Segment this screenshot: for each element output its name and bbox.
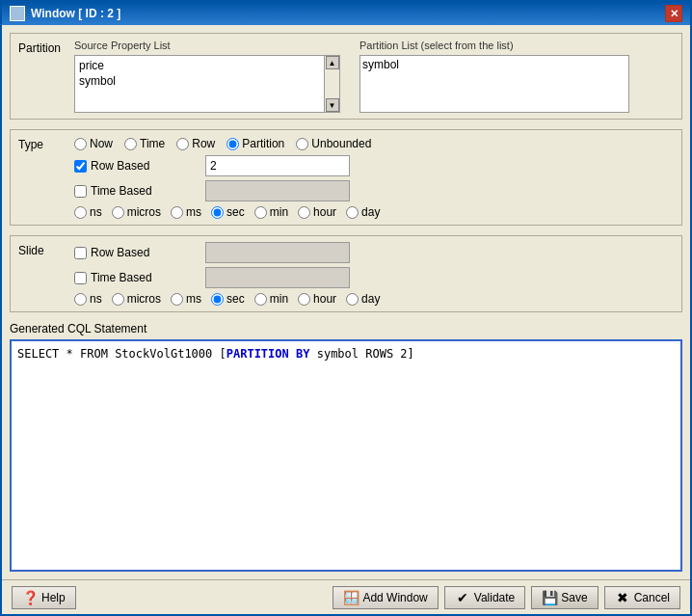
slide-time-units: ns micros ms sec min hour day [74, 292, 674, 306]
validate-label: Validate [474, 591, 515, 604]
cql-section: Generated CQL Statement SELECT * FROM St… [10, 322, 682, 572]
save-button[interactable]: 💾 Save [531, 586, 598, 609]
partition-list-title: Partition List (select from the list) [359, 40, 629, 51]
type-unit-ms[interactable]: ms [171, 205, 201, 219]
title-bar: Window [ ID : 2 ] ✕ [2, 2, 690, 25]
slide-unit-ns[interactable]: ns [74, 292, 102, 306]
window-icon [10, 6, 25, 21]
type-row-based-input[interactable] [205, 155, 350, 176]
slide-label: Slide [18, 242, 67, 257]
scroll-down-button[interactable]: ▼ [326, 98, 339, 112]
source-property-list[interactable]: price symbol [74, 55, 325, 113]
source-list-title: Source Property List [74, 40, 340, 51]
validate-icon: ✔ [455, 590, 470, 605]
type-unit-day[interactable]: day [346, 205, 380, 219]
type-row-based-row: Row Based [74, 155, 674, 176]
slide-unit-min[interactable]: min [254, 292, 288, 306]
slide-unit-sec[interactable]: sec [211, 292, 245, 306]
footer: ❓ Help 🪟 Add Window ✔ Validate 💾 Save ✖ … [2, 579, 690, 614]
cancel-icon: ✖ [615, 590, 630, 605]
scrollbar[interactable]: ▲ ▼ [325, 55, 340, 113]
help-button[interactable]: ❓ Help [12, 586, 76, 609]
partition-list[interactable]: symbol [359, 55, 629, 113]
type-partition[interactable]: Partition [226, 137, 284, 150]
help-icon: ❓ [22, 590, 38, 605]
list-item: symbol [77, 73, 322, 89]
type-unbounded[interactable]: Unbounded [296, 137, 371, 150]
close-button[interactable]: ✕ [665, 5, 682, 22]
add-window-button[interactable]: 🪟 Add Window [333, 586, 438, 609]
type-time[interactable]: Time [124, 137, 165, 150]
type-time-radio[interactable] [124, 138, 137, 150]
slide-row-based-label[interactable]: Row Based [74, 246, 200, 259]
list-item: price [77, 58, 322, 73]
window-title: Window [ ID : 2 ] [31, 7, 120, 20]
cancel-label: Cancel [634, 591, 670, 604]
type-time-based-input [205, 180, 350, 201]
slide-time-based-row: Time Based [74, 267, 674, 288]
source-property-col: Source Property List price symbol ▲ ▼ [74, 40, 340, 113]
type-row-based-text: Row Based [91, 159, 149, 173]
slide-row-based-input [205, 242, 350, 263]
footer-right: 🪟 Add Window ✔ Validate 💾 Save ✖ Cancel [333, 586, 680, 609]
main-content: Partition Source Property List price sym… [2, 25, 690, 579]
slide-unit-ms[interactable]: ms [171, 292, 201, 306]
title-bar-left: Window [ ID : 2 ] [10, 6, 120, 21]
source-list-container: price symbol ▲ ▼ [74, 55, 340, 113]
slide-time-based-text: Time Based [91, 271, 152, 284]
type-now[interactable]: Now [74, 137, 113, 150]
partition-label: Partition [18, 40, 67, 55]
cql-text-black1: SELECT * FROM StockVolGt1000 [ [17, 347, 226, 361]
type-unbounded-radio[interactable] [296, 138, 308, 150]
main-window: Window [ ID : 2 ] ✕ Partition Source Pro… [0, 0, 692, 616]
type-radio-group: Now Time Row Partition Unbounded [74, 137, 371, 150]
slide-row-based-text: Row Based [91, 246, 149, 259]
help-label: Help [41, 591, 66, 604]
cancel-button[interactable]: ✖ Cancel [604, 586, 680, 609]
type-now-radio[interactable] [74, 138, 87, 150]
save-label: Save [561, 591, 587, 604]
cql-statement-box[interactable]: SELECT * FROM StockVolGt1000 [PARTITION … [10, 339, 682, 572]
add-window-label: Add Window [362, 591, 427, 604]
partition-section: Partition Source Property List price sym… [10, 33, 682, 120]
type-time-based-row: Time Based [74, 180, 674, 201]
slide-time-based-label[interactable]: Time Based [74, 271, 200, 284]
slide-unit-micros[interactable]: micros [112, 292, 161, 306]
slide-unit-hour[interactable]: hour [298, 292, 336, 306]
type-time-units: ns micros ms sec min hour day [74, 205, 674, 219]
cql-text-black2: symbol ROWS 2] [309, 347, 413, 361]
slide-time-based-checkbox[interactable] [74, 272, 87, 284]
footer-left: ❓ Help [12, 586, 76, 609]
type-unit-micros[interactable]: micros [112, 205, 161, 219]
type-row-radio[interactable] [176, 138, 189, 150]
type-label: Type [18, 136, 67, 151]
partition-list-col: Partition List (select from the list) sy… [359, 40, 629, 113]
type-partition-radio[interactable] [226, 138, 239, 150]
cql-text-blue: PARTITION BY [226, 347, 310, 361]
validate-button[interactable]: ✔ Validate [444, 586, 525, 609]
type-unit-min[interactable]: min [254, 205, 288, 219]
cql-title: Generated CQL Statement [10, 322, 682, 335]
type-row-based-checkbox[interactable] [74, 160, 87, 173]
type-row[interactable]: Row [176, 137, 215, 150]
type-section: Type Now Time Row Partition [10, 129, 682, 226]
add-window-icon: 🪟 [343, 590, 359, 605]
type-time-based-checkbox[interactable] [74, 185, 87, 198]
slide-section: Slide Row Based [10, 235, 682, 312]
slide-time-based-input [205, 267, 350, 288]
save-icon: 💾 [542, 590, 557, 605]
slide-row-based-row: Row Based [74, 242, 674, 263]
type-unit-sec[interactable]: sec [211, 205, 245, 219]
type-time-based-label[interactable]: Time Based [74, 184, 200, 198]
type-time-based-text: Time Based [91, 184, 152, 198]
slide-unit-day[interactable]: day [346, 292, 380, 306]
type-unit-ns[interactable]: ns [74, 205, 102, 219]
type-unit-hour[interactable]: hour [298, 205, 336, 219]
type-row-based-label[interactable]: Row Based [74, 159, 200, 173]
partition-value: symbol [362, 58, 626, 71]
scroll-up-button[interactable]: ▲ [326, 56, 339, 69]
slide-row-based-checkbox[interactable] [74, 247, 87, 259]
